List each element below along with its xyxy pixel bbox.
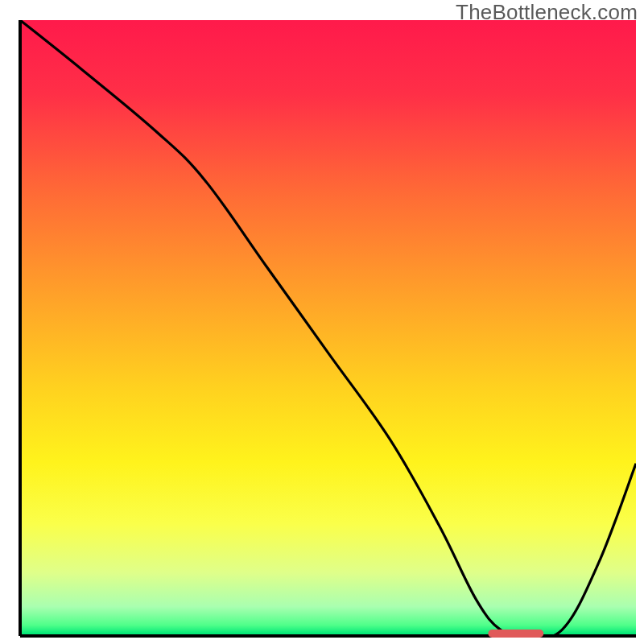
optimum-marker	[488, 630, 543, 638]
plot-background	[22, 20, 636, 634]
bottleneck-chart	[0, 0, 644, 644]
chart-container: TheBottleneck.com	[0, 0, 644, 644]
watermark-text: TheBottleneck.com	[456, 0, 638, 25]
